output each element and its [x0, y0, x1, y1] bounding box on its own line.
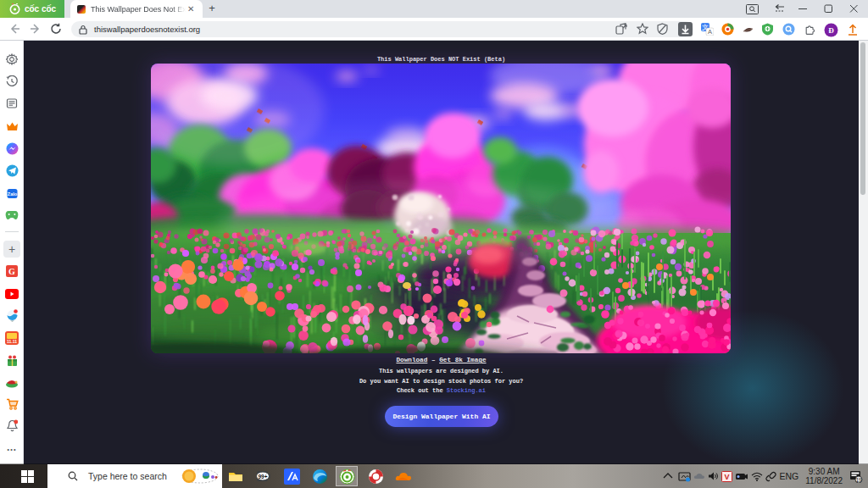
svg-text:Đ: Đ [828, 26, 834, 35]
svg-text:19: 19 [855, 476, 862, 482]
svg-text:V: V [725, 473, 730, 481]
svg-text:G: G [8, 267, 15, 276]
svg-text:99+: 99+ [258, 474, 267, 480]
svg-text:Zalo: Zalo [7, 191, 17, 196]
svg-text:A: A [708, 28, 712, 36]
svg-text:11.11: 11.11 [7, 339, 17, 344]
